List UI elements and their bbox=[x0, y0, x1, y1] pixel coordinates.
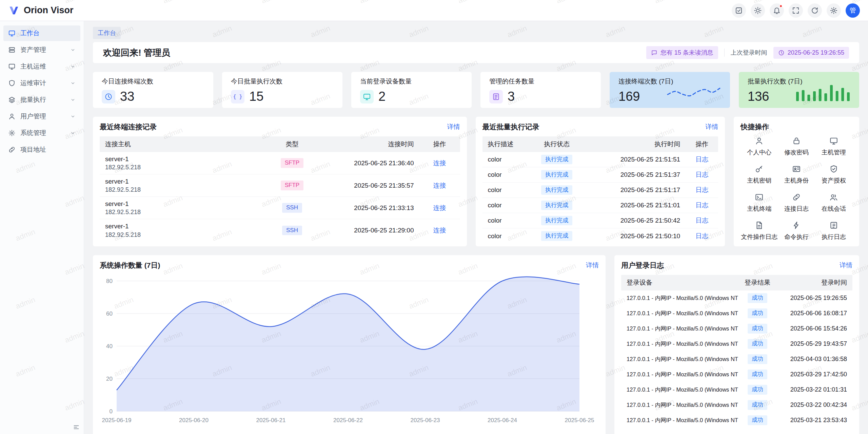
sidebar: 工作台资产管理主机运维运维审计批量执行用户管理系统管理项目地址 bbox=[0, 21, 84, 434]
exec-time: 2025-06-25 21:50:42 bbox=[584, 217, 686, 224]
protocol-tag: SSH bbox=[282, 226, 302, 235]
sidebar-item-ops-audit[interactable]: 运维审计 bbox=[3, 75, 80, 91]
shield-icon bbox=[8, 79, 16, 87]
connect-time: 2025-06-25 21:36:40 bbox=[318, 159, 419, 167]
refresh-button[interactable] bbox=[808, 3, 822, 18]
stat-value: 33 bbox=[120, 89, 134, 104]
user-avatar[interactable]: 管 bbox=[846, 3, 860, 18]
app-logo[interactable]: Orion Visor bbox=[8, 5, 74, 16]
stats-row: 今日连接终端次数33今日批量执行次数{ }15当前登录设备数量2管理的任务数量3… bbox=[93, 72, 859, 108]
stat-label: 当前登录设备数量 bbox=[360, 77, 463, 86]
sidebar-item-label: 主机运维 bbox=[20, 62, 46, 71]
divider bbox=[724, 49, 725, 57]
stat-card: 批量执行次数 (7日)136 bbox=[739, 72, 859, 108]
connect-link[interactable]: 连接 bbox=[433, 159, 446, 167]
notification-badge bbox=[779, 4, 783, 8]
exec-desc: color bbox=[482, 217, 530, 224]
log-link[interactable]: 日志 bbox=[695, 202, 708, 209]
sidebar-item-asset-management[interactable]: 资产管理 bbox=[3, 42, 80, 58]
batch-records-detail-link[interactable]: 详情 bbox=[705, 122, 718, 131]
last-login-time-pill: 2025-06-25 19:26:55 bbox=[773, 47, 849, 59]
table-row: 127.0.0.1 - 内网IP - Mozilla/5.0 (Windows … bbox=[621, 290, 852, 306]
welcome-title: 欢迎回来! 管理员 bbox=[103, 47, 170, 59]
theme-toggle-button[interactable] bbox=[751, 3, 765, 18]
last-login-time-text: 2025-06-25 19:26:55 bbox=[788, 49, 844, 56]
monitor-icon bbox=[829, 136, 838, 145]
shield-check-icon bbox=[829, 165, 838, 173]
log-link[interactable]: 日志 bbox=[695, 232, 708, 240]
connect-link[interactable]: 连接 bbox=[433, 227, 446, 234]
quick-op-online-session[interactable]: 在线会话 bbox=[815, 193, 852, 213]
chevron-down-icon bbox=[70, 130, 76, 136]
connect-link[interactable]: 连接 bbox=[433, 204, 446, 211]
quick-op-personal-center[interactable]: 个人中心 bbox=[741, 136, 778, 156]
exec-time: 2025-06-25 21:51:17 bbox=[584, 186, 686, 194]
main-content: 工作台 欢迎回来! 管理员 您有 15 条未读消息 上次登录时间 2025-06… bbox=[84, 21, 868, 434]
table-row: 127.0.0.1 - 内网IP - Mozilla/5.0 (Windows … bbox=[621, 352, 852, 367]
quick-op-file-operation-log[interactable]: 文件操作日志 bbox=[741, 221, 778, 241]
sidebar-collapse-button[interactable] bbox=[73, 424, 80, 431]
login-device: 127.0.0.1 - 内网IP - Mozilla/5.0 (Windows … bbox=[621, 401, 739, 409]
breadcrumb-item-workbench[interactable]: 工作台 bbox=[93, 27, 121, 39]
quick-op-label: 执行日志 bbox=[822, 233, 846, 241]
sidebar-item-workbench[interactable]: 工作台 bbox=[3, 25, 80, 41]
host-ip: 182.92.5.218 bbox=[105, 163, 261, 171]
quick-op-host-key[interactable]: 主机密钥 bbox=[741, 165, 778, 185]
quick-op-change-password[interactable]: 修改密码 bbox=[778, 136, 815, 156]
table-row: 127.0.0.1 - 内网IP - Mozilla/5.0 (Windows … bbox=[621, 321, 852, 336]
sys-chart-detail-link[interactable]: 详情 bbox=[586, 261, 599, 270]
log-link[interactable]: 日志 bbox=[695, 156, 708, 163]
quick-op-host-identity[interactable]: 主机身份 bbox=[778, 165, 815, 185]
quick-op-label: 资产授权 bbox=[822, 176, 846, 185]
quick-op-command-execution[interactable]: 命令执行 bbox=[778, 221, 815, 241]
sidebar-item-system-management[interactable]: 系统管理 bbox=[3, 125, 80, 141]
exec-desc: color bbox=[482, 171, 530, 178]
quick-op-asset-authorization[interactable]: 资产授权 bbox=[815, 165, 852, 185]
log-link[interactable]: 日志 bbox=[695, 171, 708, 178]
connect-link[interactable]: 连接 bbox=[433, 182, 446, 189]
key-icon bbox=[755, 165, 764, 173]
login-time: 2025-06-25 19:26:55 bbox=[776, 295, 852, 302]
login-time: 2025-06-06 15:54:26 bbox=[776, 325, 852, 332]
sidebar-item-batch-exec[interactable]: 批量执行 bbox=[3, 92, 80, 108]
quick-ops-panel: 快捷操作 个人中心修改密码主机管理主机密钥主机身份资产授权主机终端连接日志在线会… bbox=[734, 117, 859, 246]
quick-op-host-management[interactable]: 主机管理 bbox=[815, 136, 852, 156]
host-ip: 182.92.5.218 bbox=[105, 231, 261, 239]
sidebar-item-user-management[interactable]: 用户管理 bbox=[3, 109, 80, 124]
quick-op-execution-log[interactable]: 执行日志 bbox=[815, 221, 852, 241]
stat-label: 管理的任务数量 bbox=[489, 77, 592, 86]
settings-button[interactable] bbox=[827, 3, 841, 18]
quick-op-label: 个人中心 bbox=[747, 148, 771, 156]
host-name: server-1 bbox=[105, 177, 261, 186]
login-device: 127.0.0.1 - 内网IP - Mozilla/5.0 (Windows … bbox=[621, 295, 739, 302]
log-link[interactable]: 日志 bbox=[695, 217, 708, 224]
table-row: 127.0.0.1 - 内网IP - Mozilla/5.0 (Windows … bbox=[621, 397, 852, 413]
login-logs-detail-link[interactable]: 详情 bbox=[840, 261, 852, 270]
login-result-tag: 成功 bbox=[748, 354, 767, 364]
chevron-down-icon bbox=[70, 80, 76, 86]
exec-time: 2025-06-25 21:51:37 bbox=[584, 171, 686, 178]
tasks-button[interactable] bbox=[732, 3, 746, 18]
notifications-button[interactable] bbox=[770, 3, 784, 18]
quick-op-host-terminal[interactable]: 主机终端 bbox=[741, 193, 778, 213]
table-row: 127.0.0.1 - 内网IP - Mozilla/5.0 (Windows … bbox=[621, 306, 852, 321]
quick-op-label: 命令执行 bbox=[784, 233, 809, 241]
monitor-icon bbox=[360, 90, 374, 103]
app-title: Orion Visor bbox=[24, 5, 74, 16]
svg-text:2025-06-22: 2025-06-22 bbox=[333, 417, 363, 423]
unread-messages-pill[interactable]: 您有 15 条未读消息 bbox=[646, 46, 718, 59]
host-name: server-1 bbox=[105, 200, 261, 208]
svg-text:2025-06-23: 2025-06-23 bbox=[411, 417, 440, 423]
stat-card: 连接终端次数 (7日)169 bbox=[610, 72, 730, 108]
mid-row: 最近终端连接记录 详情 连接主机类型连接时间操作server-1182.92.5… bbox=[93, 117, 859, 246]
terminal-records-detail-link[interactable]: 详情 bbox=[447, 122, 460, 131]
desktop-icon bbox=[8, 30, 16, 37]
log-link[interactable]: 日志 bbox=[695, 186, 708, 193]
sidebar-item-project-url[interactable]: 项目地址 bbox=[3, 142, 80, 157]
login-logs-panel: 用户登录日志 详情 登录设备登录结果登录时间127.0.0.1 - 内网IP -… bbox=[614, 255, 859, 434]
sidebar-item-host-ops[interactable]: 主机运维 bbox=[3, 59, 80, 74]
login-logs-table: 登录设备登录结果登录时间127.0.0.1 - 内网IP - Mozilla/5… bbox=[621, 275, 852, 428]
fullscreen-button[interactable] bbox=[789, 3, 803, 18]
quick-op-connect-log[interactable]: 连接日志 bbox=[778, 193, 815, 213]
exec-status-tag: 执行完成 bbox=[541, 155, 572, 164]
